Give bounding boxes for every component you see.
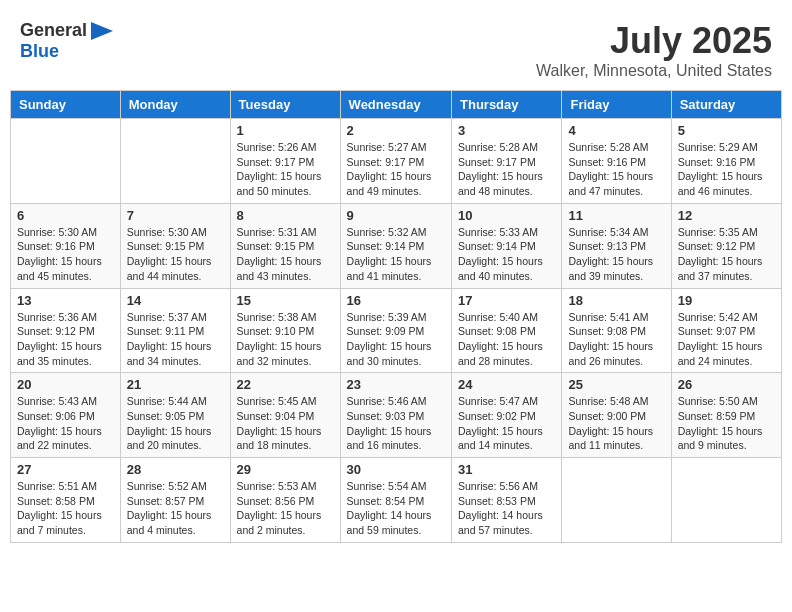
calendar-day-cell: 5Sunrise: 5:29 AMSunset: 9:16 PMDaylight… (671, 119, 781, 204)
day-details: Sunrise: 5:29 AMSunset: 9:16 PMDaylight:… (678, 140, 775, 199)
day-number: 8 (237, 208, 334, 223)
calendar-location: Walker, Minnesota, United States (536, 62, 772, 80)
calendar-day-cell: 11Sunrise: 5:34 AMSunset: 9:13 PMDayligh… (562, 203, 671, 288)
calendar-week-row: 20Sunrise: 5:43 AMSunset: 9:06 PMDayligh… (11, 373, 782, 458)
day-number: 5 (678, 123, 775, 138)
calendar-day-cell (562, 458, 671, 543)
day-details: Sunrise: 5:26 AMSunset: 9:17 PMDaylight:… (237, 140, 334, 199)
day-details: Sunrise: 5:46 AMSunset: 9:03 PMDaylight:… (347, 394, 445, 453)
calendar-day-cell: 31Sunrise: 5:56 AMSunset: 8:53 PMDayligh… (452, 458, 562, 543)
day-number: 2 (347, 123, 445, 138)
day-details: Sunrise: 5:52 AMSunset: 8:57 PMDaylight:… (127, 479, 224, 538)
day-details: Sunrise: 5:43 AMSunset: 9:06 PMDaylight:… (17, 394, 114, 453)
calendar-day-cell: 26Sunrise: 5:50 AMSunset: 8:59 PMDayligh… (671, 373, 781, 458)
calendar-day-cell: 20Sunrise: 5:43 AMSunset: 9:06 PMDayligh… (11, 373, 121, 458)
day-details: Sunrise: 5:56 AMSunset: 8:53 PMDaylight:… (458, 479, 555, 538)
day-details: Sunrise: 5:50 AMSunset: 8:59 PMDaylight:… (678, 394, 775, 453)
calendar-day-cell: 15Sunrise: 5:38 AMSunset: 9:10 PMDayligh… (230, 288, 340, 373)
day-number: 14 (127, 293, 224, 308)
calendar-day-cell: 17Sunrise: 5:40 AMSunset: 9:08 PMDayligh… (452, 288, 562, 373)
calendar-day-cell (120, 119, 230, 204)
calendar-day-cell: 4Sunrise: 5:28 AMSunset: 9:16 PMDaylight… (562, 119, 671, 204)
calendar-day-cell: 28Sunrise: 5:52 AMSunset: 8:57 PMDayligh… (120, 458, 230, 543)
day-number: 25 (568, 377, 664, 392)
calendar-title: July 2025 (536, 20, 772, 62)
calendar-day-cell: 8Sunrise: 5:31 AMSunset: 9:15 PMDaylight… (230, 203, 340, 288)
day-number: 16 (347, 293, 445, 308)
day-number: 31 (458, 462, 555, 477)
day-details: Sunrise: 5:51 AMSunset: 8:58 PMDaylight:… (17, 479, 114, 538)
calendar-day-cell (11, 119, 121, 204)
day-of-week-header: Sunday (11, 91, 121, 119)
day-number: 19 (678, 293, 775, 308)
calendar-day-cell: 18Sunrise: 5:41 AMSunset: 9:08 PMDayligh… (562, 288, 671, 373)
day-of-week-header: Wednesday (340, 91, 451, 119)
day-details: Sunrise: 5:38 AMSunset: 9:10 PMDaylight:… (237, 310, 334, 369)
day-details: Sunrise: 5:45 AMSunset: 9:04 PMDaylight:… (237, 394, 334, 453)
svg-marker-0 (91, 22, 113, 40)
day-number: 12 (678, 208, 775, 223)
calendar-day-cell: 12Sunrise: 5:35 AMSunset: 9:12 PMDayligh… (671, 203, 781, 288)
day-details: Sunrise: 5:27 AMSunset: 9:17 PMDaylight:… (347, 140, 445, 199)
day-details: Sunrise: 5:36 AMSunset: 9:12 PMDaylight:… (17, 310, 114, 369)
calendar-week-row: 1Sunrise: 5:26 AMSunset: 9:17 PMDaylight… (11, 119, 782, 204)
day-number: 22 (237, 377, 334, 392)
calendar-day-cell: 23Sunrise: 5:46 AMSunset: 9:03 PMDayligh… (340, 373, 451, 458)
calendar-day-cell: 1Sunrise: 5:26 AMSunset: 9:17 PMDaylight… (230, 119, 340, 204)
day-of-week-header: Tuesday (230, 91, 340, 119)
day-of-week-header: Saturday (671, 91, 781, 119)
logo: General Blue (20, 20, 113, 62)
day-number: 9 (347, 208, 445, 223)
day-number: 18 (568, 293, 664, 308)
calendar-day-cell: 9Sunrise: 5:32 AMSunset: 9:14 PMDaylight… (340, 203, 451, 288)
day-number: 6 (17, 208, 114, 223)
calendar-day-cell: 24Sunrise: 5:47 AMSunset: 9:02 PMDayligh… (452, 373, 562, 458)
day-details: Sunrise: 5:54 AMSunset: 8:54 PMDaylight:… (347, 479, 445, 538)
logo-general-text: General (20, 20, 87, 41)
day-details: Sunrise: 5:39 AMSunset: 9:09 PMDaylight:… (347, 310, 445, 369)
calendar-day-cell: 10Sunrise: 5:33 AMSunset: 9:14 PMDayligh… (452, 203, 562, 288)
day-details: Sunrise: 5:31 AMSunset: 9:15 PMDaylight:… (237, 225, 334, 284)
day-details: Sunrise: 5:53 AMSunset: 8:56 PMDaylight:… (237, 479, 334, 538)
day-details: Sunrise: 5:32 AMSunset: 9:14 PMDaylight:… (347, 225, 445, 284)
calendar-week-row: 13Sunrise: 5:36 AMSunset: 9:12 PMDayligh… (11, 288, 782, 373)
day-details: Sunrise: 5:42 AMSunset: 9:07 PMDaylight:… (678, 310, 775, 369)
calendar-day-cell (671, 458, 781, 543)
calendar-day-cell: 21Sunrise: 5:44 AMSunset: 9:05 PMDayligh… (120, 373, 230, 458)
day-of-week-header: Thursday (452, 91, 562, 119)
calendar-day-cell: 7Sunrise: 5:30 AMSunset: 9:15 PMDaylight… (120, 203, 230, 288)
day-of-week-header: Friday (562, 91, 671, 119)
day-details: Sunrise: 5:40 AMSunset: 9:08 PMDaylight:… (458, 310, 555, 369)
day-details: Sunrise: 5:47 AMSunset: 9:02 PMDaylight:… (458, 394, 555, 453)
calendar-day-cell: 29Sunrise: 5:53 AMSunset: 8:56 PMDayligh… (230, 458, 340, 543)
day-number: 26 (678, 377, 775, 392)
day-number: 27 (17, 462, 114, 477)
calendar-day-cell: 27Sunrise: 5:51 AMSunset: 8:58 PMDayligh… (11, 458, 121, 543)
calendar-week-row: 6Sunrise: 5:30 AMSunset: 9:16 PMDaylight… (11, 203, 782, 288)
day-number: 15 (237, 293, 334, 308)
day-number: 28 (127, 462, 224, 477)
calendar-day-cell: 6Sunrise: 5:30 AMSunset: 9:16 PMDaylight… (11, 203, 121, 288)
day-details: Sunrise: 5:30 AMSunset: 9:15 PMDaylight:… (127, 225, 224, 284)
day-number: 24 (458, 377, 555, 392)
day-of-week-header: Monday (120, 91, 230, 119)
logo-blue-text: Blue (20, 41, 59, 61)
calendar-day-cell: 30Sunrise: 5:54 AMSunset: 8:54 PMDayligh… (340, 458, 451, 543)
day-details: Sunrise: 5:41 AMSunset: 9:08 PMDaylight:… (568, 310, 664, 369)
day-details: Sunrise: 5:48 AMSunset: 9:00 PMDaylight:… (568, 394, 664, 453)
day-number: 13 (17, 293, 114, 308)
calendar-day-cell: 19Sunrise: 5:42 AMSunset: 9:07 PMDayligh… (671, 288, 781, 373)
day-number: 17 (458, 293, 555, 308)
day-number: 23 (347, 377, 445, 392)
day-number: 3 (458, 123, 555, 138)
day-number: 20 (17, 377, 114, 392)
logo-flag-icon (91, 22, 113, 40)
page-header: General Blue July 2025 Walker, Minnesota… (10, 10, 782, 85)
calendar-day-cell: 22Sunrise: 5:45 AMSunset: 9:04 PMDayligh… (230, 373, 340, 458)
day-details: Sunrise: 5:34 AMSunset: 9:13 PMDaylight:… (568, 225, 664, 284)
calendar-day-cell: 16Sunrise: 5:39 AMSunset: 9:09 PMDayligh… (340, 288, 451, 373)
calendar-header-row: SundayMondayTuesdayWednesdayThursdayFrid… (11, 91, 782, 119)
day-details: Sunrise: 5:35 AMSunset: 9:12 PMDaylight:… (678, 225, 775, 284)
calendar-day-cell: 14Sunrise: 5:37 AMSunset: 9:11 PMDayligh… (120, 288, 230, 373)
calendar-day-cell: 3Sunrise: 5:28 AMSunset: 9:17 PMDaylight… (452, 119, 562, 204)
